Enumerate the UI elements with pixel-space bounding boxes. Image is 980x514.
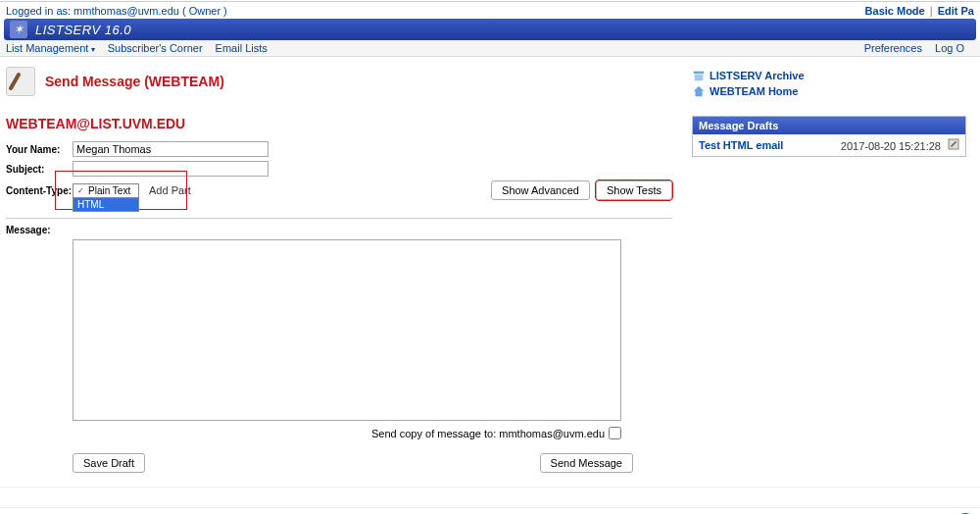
save-draft-button[interactable]: Save Draft: [73, 453, 145, 473]
send-message-button[interactable]: Send Message: [540, 453, 633, 473]
content-type-dropdown: HTML: [73, 197, 139, 212]
your-name-label: Your Name:: [6, 144, 73, 155]
draft-timestamp: 2017-08-20 15:21:28: [841, 140, 941, 152]
subject-input[interactable]: [73, 161, 269, 177]
home-icon: [692, 84, 706, 98]
separator: |: [930, 5, 933, 17]
logged-in-link[interactable]: Logged in as: mmthomas@uvm.edu ( Owner ): [6, 5, 227, 17]
draft-row: Test HTML email 2017-08-20 15:21:28: [693, 134, 965, 156]
title-bar: ✶ LISTSERV 16.0: [4, 19, 976, 40]
listserv-logo-icon: ✶: [10, 21, 27, 38]
list-address: WEBTEAM@LIST.UVM.EDU: [6, 116, 672, 131]
svg-marker-2: [694, 86, 705, 97]
your-name-input[interactable]: [73, 141, 269, 157]
svg-rect-0: [694, 72, 705, 75]
svg-rect-1: [695, 75, 704, 80]
content-type-label: Content-Type:: [6, 185, 73, 196]
subject-label: Subject:: [6, 164, 73, 175]
add-part-button[interactable]: Add Part: [143, 182, 197, 198]
menu-bar: List Management ▾ Subscriber's Corner Em…: [0, 40, 980, 57]
drafts-panel: Message Drafts Test HTML email 2017-08-2…: [692, 116, 966, 157]
send-copy-label: Send copy of message to: mmthomas@uvm.ed…: [371, 428, 605, 439]
compose-icon: [6, 67, 35, 96]
sidebar-link-archive[interactable]: LISTSERV Archive: [710, 70, 805, 81]
check-icon: ✓: [77, 186, 84, 195]
menu-email-lists[interactable]: Email Lists: [216, 42, 268, 54]
send-copy-checkbox[interactable]: [609, 427, 621, 439]
menu-logout[interactable]: Log O: [935, 42, 964, 54]
menu-subscribers-corner[interactable]: Subscriber's Corner: [108, 42, 203, 54]
content-type-option-html[interactable]: HTML: [74, 198, 138, 211]
draft-link[interactable]: Test HTML email: [699, 139, 783, 151]
page-title: Send Message (WEBTEAM): [45, 74, 224, 89]
message-textarea[interactable]: [73, 239, 621, 421]
sidebar-link-home[interactable]: WEBTEAM Home: [710, 85, 798, 97]
menu-item-label: List Management: [6, 42, 88, 54]
edit-icon[interactable]: [948, 138, 959, 150]
product-name: LISTSERV 16.0: [35, 23, 131, 37]
menu-preferences[interactable]: Preferences: [864, 42, 922, 54]
basic-mode-link[interactable]: Basic Mode: [865, 5, 925, 17]
show-advanced-button[interactable]: Show Advanced: [491, 180, 590, 200]
show-tests-button[interactable]: Show Tests: [596, 180, 672, 200]
message-label: Message:: [6, 225, 73, 235]
content-type-selected: Plain Text: [88, 185, 130, 196]
content-type-select[interactable]: ✓ Plain Text HTML: [73, 183, 139, 198]
menu-list-management[interactable]: List Management ▾: [6, 42, 98, 54]
chevron-down-icon: ▾: [88, 45, 94, 54]
drafts-header: Message Drafts: [693, 117, 965, 134]
archive-icon: [692, 69, 706, 82]
edit-page-link[interactable]: Edit Pa: [938, 5, 974, 17]
